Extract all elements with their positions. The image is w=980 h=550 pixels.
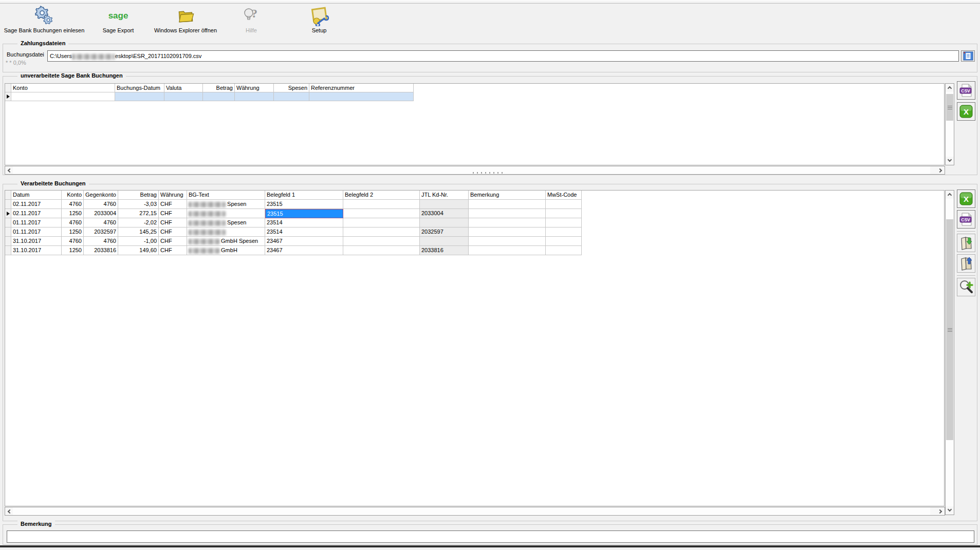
unprocessed-excel-export-button[interactable]: X xyxy=(957,102,975,121)
grid-cell[interactable] xyxy=(115,92,164,101)
grid-cell[interactable] xyxy=(546,246,582,255)
grid-cell[interactable]: 2033816 xyxy=(420,246,469,255)
column-header[interactable]: Währung xyxy=(235,84,274,92)
grid-cell[interactable]: 2032597 xyxy=(420,227,469,237)
grid-cell[interactable] xyxy=(420,218,469,227)
grid-cell[interactable] xyxy=(235,92,274,101)
grid-cell[interactable] xyxy=(546,209,582,218)
scroll-right-button[interactable] xyxy=(937,166,945,174)
column-header[interactable]: Referenznummer xyxy=(309,84,414,92)
grid-cell[interactable] xyxy=(469,227,546,237)
grid-cell[interactable]: 2033004 xyxy=(420,209,469,218)
table-row[interactable]: 02.11.2017 4760 4760 -3,03 CHF Spesen 23… xyxy=(5,200,944,209)
grid-cell[interactable]: CHF xyxy=(159,246,187,255)
grid-cell[interactable]: 31.10.2017 xyxy=(11,246,62,255)
grid-cell[interactable]: 31.10.2017 xyxy=(11,237,62,246)
column-header[interactable]: JTL Kd-Nr. xyxy=(420,191,469,200)
scroll-left-button[interactable] xyxy=(5,166,13,174)
grid-cell[interactable]: 23514 xyxy=(265,227,343,237)
column-header[interactable]: Konto xyxy=(62,191,84,200)
column-header[interactable]: Belegfeld 1 xyxy=(265,191,343,200)
scroll-down-button[interactable] xyxy=(946,157,954,165)
grid-cell[interactable] xyxy=(203,92,235,101)
grid-cell[interactable]: 4760 xyxy=(84,200,118,209)
splitter-handle[interactable] xyxy=(473,172,505,174)
grid-cell[interactable]: 23467 xyxy=(265,246,343,255)
grid-cell[interactable] xyxy=(469,218,546,227)
grid-cell[interactable]: CHF xyxy=(159,200,187,209)
column-header[interactable]: Betrag xyxy=(118,191,159,200)
grid-cell[interactable]: CHF xyxy=(159,237,187,246)
grid-cell[interactable]: 23467 xyxy=(265,237,343,246)
grid-cell[interactable] xyxy=(11,92,115,101)
grid-cell[interactable]: 2033816 xyxy=(84,246,118,255)
unprocessed-csv-export-button[interactable]: CSV xyxy=(957,81,975,100)
unprocessed-new-row[interactable] xyxy=(5,92,944,101)
bg-text-cell[interactable] xyxy=(187,227,265,237)
sage-export-button[interactable]: sage Sage Export xyxy=(100,5,137,38)
unprocessed-vertical-scrollbar[interactable] xyxy=(945,83,954,165)
bg-text-cell[interactable]: Spesen xyxy=(187,218,265,227)
grid-cell[interactable]: 4760 xyxy=(62,218,84,227)
grid-cell[interactable]: 2032597 xyxy=(84,227,118,237)
grid-cell[interactable] xyxy=(469,237,546,246)
table-row[interactable]: 01.11.2017 1250 2032597 145,25 CHF 23514… xyxy=(5,227,944,237)
grid-cell[interactable] xyxy=(546,218,582,227)
grid-cell[interactable]: 145,25 xyxy=(118,227,159,237)
column-header[interactable]: Spesen xyxy=(274,84,309,92)
grid-cell[interactable]: -2,02 xyxy=(118,218,159,227)
column-header[interactable]: Belegfeld 2 xyxy=(343,191,420,200)
scrollbar-thumb[interactable] xyxy=(946,219,953,440)
column-header[interactable]: Gegenkonto xyxy=(84,191,118,200)
table-row[interactable]: 02.11.2017 1250 2033004 272,15 CHF 23515… xyxy=(5,209,944,218)
scroll-up-button[interactable] xyxy=(946,191,954,199)
grid-cell[interactable] xyxy=(309,92,414,101)
grid-cell[interactable]: 02.11.2017 xyxy=(11,209,62,218)
grid-cell[interactable]: 01.11.2017 xyxy=(11,218,62,227)
grid-cell[interactable] xyxy=(343,246,420,255)
grid-cell[interactable] xyxy=(343,218,420,227)
open-windows-explorer-button[interactable]: Windows Explorer öffnen xyxy=(154,5,217,38)
column-header[interactable]: Bemerkung xyxy=(469,191,546,200)
grid-cell[interactable] xyxy=(546,237,582,246)
grid-cell[interactable]: 272,15 xyxy=(118,209,159,218)
bemerkung-input[interactable] xyxy=(7,530,974,543)
bg-text-cell[interactable]: GmbH Spesen xyxy=(187,237,265,246)
grid-cell[interactable]: 1250 xyxy=(62,246,84,255)
grid-cell[interactable] xyxy=(274,92,309,101)
grid-cell[interactable]: 23515 xyxy=(265,200,343,209)
grid-cell[interactable]: CHF xyxy=(159,227,187,237)
scroll-up-button[interactable] xyxy=(946,84,954,92)
read-sage-bank-bookings-button[interactable]: Sage Bank Buchungen einlesen xyxy=(4,5,84,38)
column-header[interactable]: Datum xyxy=(11,191,62,200)
search-add-button[interactable] xyxy=(957,278,975,296)
browse-file-button[interactable] xyxy=(961,50,975,62)
grid-cell[interactable]: 2033004 xyxy=(84,209,118,218)
grid-cell[interactable] xyxy=(343,209,420,218)
grid-cell[interactable]: 1250 xyxy=(62,227,84,237)
grid-cell[interactable]: 01.11.2017 xyxy=(11,227,62,237)
grid-cell[interactable] xyxy=(469,209,546,218)
grid-cell[interactable]: CHF xyxy=(159,209,187,218)
table-row[interactable]: 01.11.2017 4760 4760 -2,02 CHF Spesen 23… xyxy=(5,218,944,227)
grid-cell[interactable] xyxy=(164,92,203,101)
buchungsdatei-input[interactable]: C:\Usersesktop\ESR_20171102091709.csv xyxy=(47,50,959,62)
grid-cell[interactable]: 4760 xyxy=(84,218,118,227)
grid-cell[interactable] xyxy=(469,246,546,255)
column-header[interactable]: Valuta xyxy=(164,84,203,92)
export-book-button[interactable] xyxy=(957,254,975,273)
grid-cell[interactable] xyxy=(469,200,546,209)
setup-button[interactable]: Setup xyxy=(299,5,339,38)
grid-cell[interactable]: CHF xyxy=(159,218,187,227)
import-book-button[interactable] xyxy=(957,234,975,252)
table-row[interactable]: 31.10.2017 1250 2033816 149,60 CHF GmbH … xyxy=(5,246,944,255)
scroll-left-button[interactable] xyxy=(5,507,13,515)
column-header[interactable]: Buchungs-Datum xyxy=(115,84,164,92)
grid-cell[interactable]: 02.11.2017 xyxy=(11,200,62,209)
grid-cell[interactable]: -1,00 xyxy=(118,237,159,246)
grid-cell[interactable]: 4760 xyxy=(62,200,84,209)
column-header[interactable]: MwSt-Code xyxy=(546,191,582,200)
bg-text-cell[interactable]: GmbH xyxy=(187,246,265,255)
grid-cell[interactable]: 1250 xyxy=(62,209,84,218)
grid-cell[interactable] xyxy=(343,237,420,246)
